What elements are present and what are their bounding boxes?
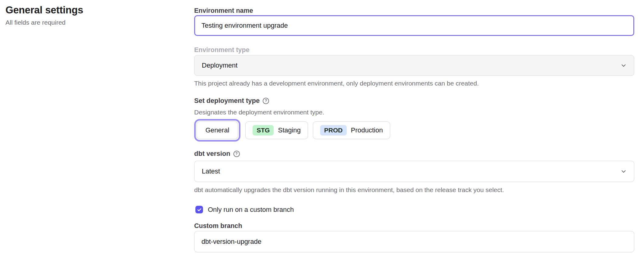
dbt-version-helper: dbt automatically upgrades the dbt versi… [194, 186, 634, 194]
deployment-type-general-button[interactable]: General [197, 121, 238, 139]
general-button-label: General [205, 126, 229, 134]
staging-button-label: Staging [278, 126, 301, 134]
custom-branch-checkbox[interactable] [195, 206, 203, 213]
environment-type-helper: This project already has a development e… [194, 79, 634, 87]
environment-type-select[interactable]: Deployment [194, 55, 634, 76]
deployment-type-staging-button[interactable]: STG Staging [245, 121, 308, 139]
deployment-type-options: General STG Staging PROD Production [194, 118, 634, 142]
dbt-version-label: dbt version ? [194, 150, 634, 158]
custom-branch-input[interactable] [194, 231, 634, 252]
help-icon[interactable]: ? [263, 98, 269, 104]
general-settings-form: Environment name Environment type Deploy… [194, 0, 634, 252]
dbt-version-select[interactable]: Latest [194, 161, 634, 182]
chevron-down-icon [621, 62, 627, 68]
environment-type-label: Environment type [194, 46, 634, 54]
deployment-type-production-button[interactable]: PROD Production [313, 121, 390, 139]
deployment-type-helper: Designates the deployment environment ty… [194, 108, 634, 116]
deployment-type-label-text: Set deployment type [194, 97, 260, 105]
environment-name-input[interactable] [194, 15, 634, 36]
custom-branch-checkbox-row: Only run on a custom branch [194, 206, 634, 213]
dbt-version-label-text: dbt version [194, 150, 230, 158]
custom-branch-checkbox-label[interactable]: Only run on a custom branch [208, 206, 294, 214]
environment-type-value: Deployment [202, 61, 237, 69]
production-badge: PROD [320, 125, 347, 135]
help-icon[interactable]: ? [233, 151, 240, 157]
production-button-label: Production [351, 126, 383, 134]
checkmark-icon [197, 207, 202, 212]
dbt-version-value: Latest [202, 167, 220, 175]
deployment-type-label: Set deployment type ? [194, 97, 634, 105]
chevron-down-icon [621, 168, 627, 174]
page-subtitle: All fields are required [5, 19, 176, 26]
custom-branch-label: Custom branch [194, 222, 634, 230]
page-title: General settings [5, 4, 176, 16]
environment-name-label: Environment name [194, 7, 634, 15]
page-header: General settings All fields are required [5, 4, 176, 26]
staging-badge: STG [253, 125, 274, 135]
